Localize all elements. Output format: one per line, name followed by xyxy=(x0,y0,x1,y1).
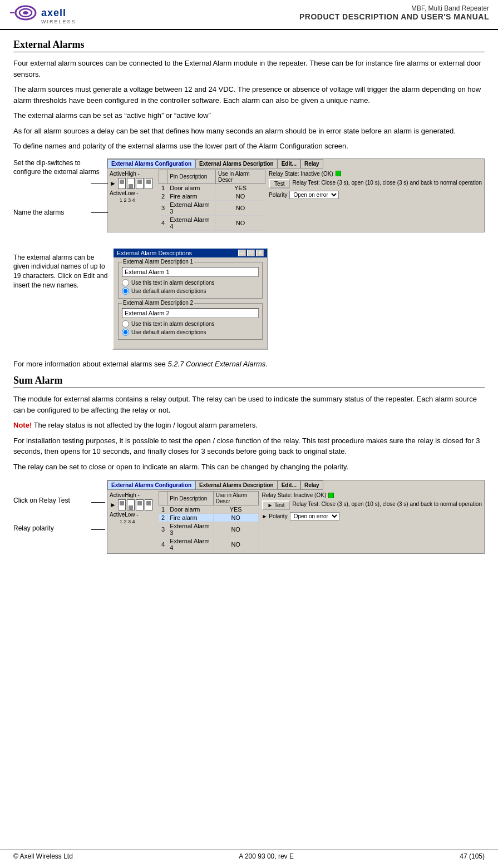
fig3-dip-numbers: 1 2 3 4 xyxy=(110,519,155,524)
fig3-pin-2: 2 xyxy=(159,514,167,522)
alarm-desc-2-legend: External Alarm Description 2 xyxy=(122,300,194,306)
dip3 xyxy=(136,178,144,189)
alarm-table-area: Pin Description Use in Alarm Descr 1 Doo… xyxy=(157,168,267,232)
tab-external-alarms-config[interactable]: External Alarms Configuration xyxy=(107,159,195,168)
alarm-desc-1-radio1-row: Use this text in alarm descriptions xyxy=(122,279,259,286)
main-content: External Alarms Four external alarm sour… xyxy=(0,30,498,569)
alarm-desc-2-input[interactable] xyxy=(122,308,259,318)
tab-edit[interactable]: Edit... xyxy=(278,159,300,168)
dip4 xyxy=(145,178,152,189)
fig3-polarity-label: ► Polarity xyxy=(262,513,288,519)
relay-test-button[interactable]: Test xyxy=(269,179,290,189)
fig3-alarm-row-4: 4 External Alarm 4 NO xyxy=(159,537,259,552)
fig3-dip1 xyxy=(118,499,126,510)
figure3-alarm-table: Pin Description Use in Alarm Descr 1 Doo… xyxy=(159,491,259,552)
col-pin xyxy=(159,170,167,183)
figure1-screen-content: ActiveHigh - ► ActiveLow - 1 2 3 4 xyxy=(107,168,484,232)
figure1-callouts: Set the dip-switches to configure the ex… xyxy=(13,158,102,236)
dialog-close-button[interactable]: ✕ xyxy=(256,250,264,256)
reference-para: For more information about external alar… xyxy=(13,359,485,370)
fig3-alarm-row-2: 2 Fire alarm NO xyxy=(159,514,259,522)
fig3-relay-test-description: Relay Test: Close (3 s), open (10 s), cl… xyxy=(292,500,482,508)
alarm-desc-2-radio2[interactable] xyxy=(122,329,129,336)
section-external-alarms-heading: External Alarms xyxy=(13,39,485,52)
para3: The external alarms can be set as “activ… xyxy=(13,110,485,121)
tab3-external-alarms-config[interactable]: External Alarms Configuration xyxy=(107,480,195,490)
note-prefix: Note! xyxy=(13,421,32,429)
figure2-callout-text: The external alarms can be given individ… xyxy=(13,254,107,289)
relay-status: Relay State: Inactive (OK) xyxy=(269,171,482,177)
alarm-use-1: YES xyxy=(216,183,265,192)
dip-switches xyxy=(118,178,152,189)
alarm-row-3: 3 External Alarm 3 NO xyxy=(159,200,265,215)
ref-para-text: For more information about external alar… xyxy=(13,360,166,368)
figure1-tab-bar: External Alarms Configuration External A… xyxy=(107,159,484,168)
alarm-row-2: 2 Fire alarm NO xyxy=(159,192,265,200)
header-right: MBF, Multi Band Repeater PRODUCT DESCRIP… xyxy=(299,4,489,21)
alarm-name-2: Fire alarm xyxy=(167,192,216,200)
fig3-polarity-select[interactable]: Open on error xyxy=(290,512,339,520)
figure1-row: Set the dip-switches to configure the ex… xyxy=(13,158,485,236)
ref-italic-text: 5.2.7 Connect External Alarms. xyxy=(167,360,267,368)
fig3-pin-1: 1 xyxy=(159,505,167,514)
alarm-use-2: NO xyxy=(216,192,265,200)
tab3-edit[interactable]: Edit... xyxy=(278,480,300,490)
para2: The alarm sources must generate a voltag… xyxy=(13,84,485,106)
fig3-dip-active-low: ActiveLow - xyxy=(110,512,155,518)
relay-panel: Relay State: Inactive (OK) Test Relay Te… xyxy=(267,168,484,232)
logo-area: axell WIRELESS xyxy=(9,4,76,27)
note-text: The relay status is not affected by the … xyxy=(32,421,258,429)
pin-3: 3 xyxy=(159,200,167,215)
fig3-alarm-use-2: NO xyxy=(213,514,258,522)
polarity-label: Polarity xyxy=(269,192,287,198)
fig3-relay-test-row: ► Test Relay Test: Close (3 s), open (10… xyxy=(262,500,482,510)
note-paragraph: Note! The relay status is not affected b… xyxy=(13,420,485,431)
dialog-window-controls: — □ ✕ xyxy=(238,250,264,256)
tab3-external-alarms-desc[interactable]: External Alarms Description xyxy=(195,480,278,490)
alarm-name-3: External Alarm 3 xyxy=(167,200,216,215)
alarm-desc-1-input[interactable] xyxy=(122,267,259,277)
manual-title: PRODUCT DESCRIPTION AND USER'S MANUAL xyxy=(299,12,489,21)
polarity-select[interactable]: Open on error xyxy=(289,191,339,199)
fig3-alarm-name-1: Door alarm xyxy=(167,505,214,514)
tab-relay[interactable]: Relay xyxy=(300,159,323,168)
alarm-name-4: External Alarm 4 xyxy=(167,215,216,230)
alarm-desc-1-group: External Alarm Description 1 Use this te… xyxy=(118,262,263,299)
section-sum-alarm-heading: Sum Alarm xyxy=(13,375,485,388)
dip-arrow: ► xyxy=(110,180,116,187)
pin-4: 4 xyxy=(159,215,167,230)
figure3-callout2: Relay polarity xyxy=(13,524,54,532)
figure1-screenshot: External Alarms Configuration External A… xyxy=(107,158,485,232)
dialog-body: External Alarm Description 1 Use this te… xyxy=(114,257,267,349)
footer-page: 47 (105) xyxy=(460,852,485,860)
tab-external-alarms-desc[interactable]: External Alarms Description xyxy=(195,159,278,168)
alarm-desc-1-radio2[interactable] xyxy=(122,287,129,295)
dialog-minimize-button[interactable]: — xyxy=(238,250,246,256)
fig3-dip3 xyxy=(136,499,144,510)
tab3-relay[interactable]: Relay xyxy=(300,480,323,490)
page-footer: © Axell Wireless Ltd A 200 93 00, rev E … xyxy=(0,850,498,862)
figure2-callouts: The external alarms can be given individ… xyxy=(13,247,108,290)
fig3-alarm-name-3: External Alarm 3 xyxy=(167,522,214,537)
fig3-dip4 xyxy=(145,499,152,510)
figure3-row: Click on Relay Test Relay polarity Exter… xyxy=(13,480,485,554)
col-use: Use in Alarm Descr xyxy=(216,170,265,183)
figure3-screenshot: External Alarms Configuration External A… xyxy=(107,480,485,554)
fig3-relay-status-indicator xyxy=(328,493,334,498)
alarm-desc-2-radio1-row: Use this text in alarm descriptions xyxy=(122,320,259,328)
alarm-desc-2-radio1[interactable] xyxy=(122,320,129,328)
sum-alarm-para2: For installation testing purposes, it is… xyxy=(13,435,485,457)
pin-1: 1 xyxy=(159,183,167,192)
dialog-restore-button[interactable]: □ xyxy=(247,250,255,256)
dialog-titlebar: External Alarm Descriptions — □ ✕ xyxy=(114,249,267,257)
external-alarm-descriptions-dialog: External Alarm Descriptions — □ ✕ Extern… xyxy=(112,247,268,350)
fig3-alarm-use-4: NO xyxy=(213,537,258,552)
alarm-desc-1-radio1[interactable] xyxy=(122,279,129,286)
relay-status-indicator xyxy=(336,171,341,176)
alarm-desc-2-radio1-label: Use this text in alarm descriptions xyxy=(131,321,215,327)
fig3-col-use: Use in Alarm Descr xyxy=(213,492,258,505)
dialog-title: External Alarm Descriptions xyxy=(117,250,192,256)
dip2 xyxy=(127,178,135,189)
fig3-relay-test-button[interactable]: ► Test xyxy=(262,500,290,510)
logo-axell: axell xyxy=(41,7,76,19)
